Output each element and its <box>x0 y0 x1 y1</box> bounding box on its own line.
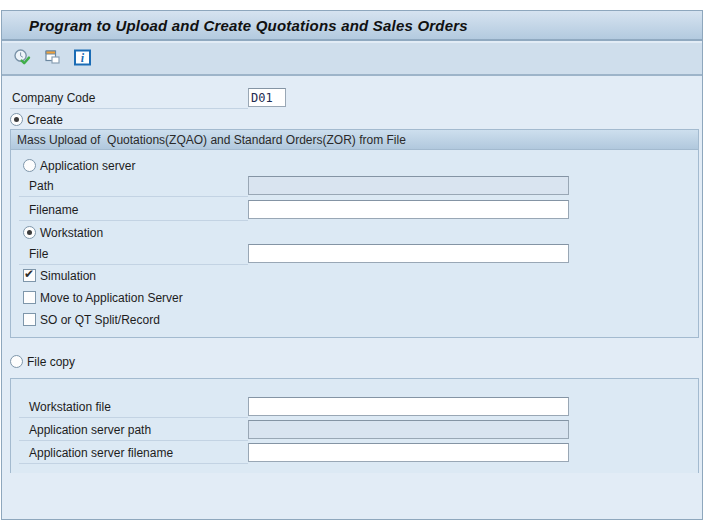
company-code-label: Company Code <box>12 90 95 106</box>
app-server-path-input <box>248 420 569 439</box>
row-separator <box>19 264 248 265</box>
application-toolbar: i <box>2 43 702 76</box>
execute-icon <box>13 48 32 70</box>
file-copy-radio[interactable] <box>10 355 23 368</box>
workstation-radio[interactable] <box>23 226 36 239</box>
application-server-radio[interactable] <box>23 159 36 172</box>
create-radio-row: Create <box>10 112 63 127</box>
row-separator <box>19 417 248 418</box>
row-separator <box>19 463 248 464</box>
sap-screen: Program to Upload and Create Quotations … <box>0 0 705 530</box>
simulation-checkbox-row: Simulation <box>23 268 96 283</box>
sap-window: Program to Upload and Create Quotations … <box>1 10 703 520</box>
selection-screen: Company Code Create Mass Upload of Quota… <box>2 78 702 519</box>
mass-upload-groupbox: Mass Upload of Quotations(ZQAO) and Stan… <box>10 129 699 338</box>
application-server-radio-label: Application server <box>40 159 135 173</box>
so-qt-split-checkbox[interactable] <box>23 313 36 326</box>
execute-button[interactable] <box>11 48 33 70</box>
app-server-filename-label: Application server filename <box>29 445 173 461</box>
so-qt-split-checkbox-row: SO or QT Split/Record <box>23 312 160 327</box>
file-copy-radio-label: File copy <box>27 355 75 369</box>
simulation-checkbox-label: Simulation <box>40 269 96 283</box>
content-bottom-area <box>2 473 702 519</box>
create-radio[interactable] <box>10 113 23 126</box>
mass-upload-group-header: Mass Upload of Quotations(ZQAO) and Stan… <box>11 130 698 150</box>
move-to-app-server-checkbox-label: Move to Application Server <box>40 291 183 305</box>
company-code-input[interactable] <box>248 88 286 107</box>
so-qt-split-checkbox-label: SO or QT Split/Record <box>40 313 160 327</box>
row-separator <box>10 108 248 109</box>
application-server-radio-row: Application server <box>23 158 135 173</box>
copy-variant-icon <box>43 48 62 70</box>
row-separator <box>19 196 248 197</box>
file-copy-radio-row: File copy <box>10 354 75 369</box>
file-label: File <box>29 246 48 262</box>
info-button[interactable]: i <box>71 48 93 70</box>
filename-input[interactable] <box>248 200 569 219</box>
path-label: Path <box>29 178 54 194</box>
app-server-filename-input[interactable] <box>248 443 569 462</box>
simulation-checkbox[interactable] <box>23 269 36 282</box>
workstation-file-label: Workstation file <box>29 399 111 415</box>
move-to-app-server-checkbox-row: Move to Application Server <box>23 290 183 305</box>
row-separator <box>19 440 248 441</box>
title-bar: Program to Upload and Create Quotations … <box>2 11 702 41</box>
file-copy-groupbox: Workstation file Application server path… <box>10 378 699 475</box>
copy-variant-button[interactable] <box>41 48 63 70</box>
move-to-app-server-checkbox[interactable] <box>23 291 36 304</box>
path-input <box>248 176 569 195</box>
workstation-file-input[interactable] <box>248 397 569 416</box>
page-title: Program to Upload and Create Quotations … <box>29 17 468 34</box>
file-input[interactable] <box>248 244 569 263</box>
workstation-radio-row: Workstation <box>23 225 103 240</box>
create-radio-label: Create <box>27 113 63 127</box>
row-separator <box>19 220 248 221</box>
filename-label: Filename <box>29 202 78 218</box>
mass-upload-group-title: Mass Upload of Quotations(ZQAO) and Stan… <box>17 133 406 147</box>
app-server-path-label: Application server path <box>29 422 151 438</box>
workstation-radio-label: Workstation <box>40 226 103 240</box>
info-icon: i <box>73 48 92 70</box>
